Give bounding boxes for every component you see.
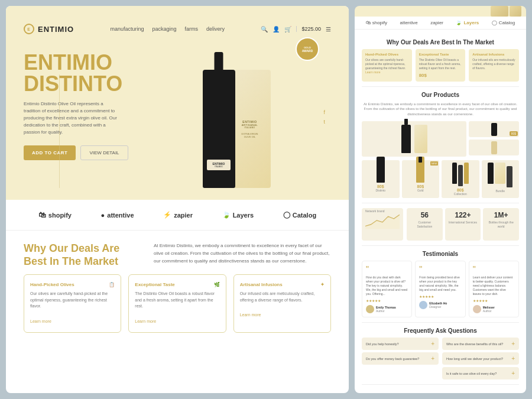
faq-toggle-0[interactable]: + bbox=[431, 340, 434, 347]
shopify-icon: 🛍 bbox=[38, 210, 46, 219]
right-layers-icon: 🍃 bbox=[456, 20, 462, 25]
learn-more-2[interactable]: Learn more bbox=[240, 313, 261, 317]
social-icons: f t bbox=[323, 109, 325, 125]
network-chart bbox=[365, 212, 400, 229]
right-nav-catalog[interactable]: ◯ Catalog bbox=[492, 20, 515, 25]
right-nav: 🛍 shopify attentive zapier 🍃 Layers ◯ Ca… bbox=[355, 17, 526, 30]
hero-title-line1: ENTIMIO bbox=[24, 52, 142, 73]
right-fc-desc-0: Our olives are carefully hand-picked at … bbox=[365, 58, 408, 70]
faq-item-3[interactable]: How long until we deliver your product? … bbox=[442, 352, 519, 365]
right-content: Why Our Deals Are Best In The Market Han… bbox=[355, 30, 526, 393]
faq-text-4: Is it safe to use olive oil every day? bbox=[446, 372, 497, 375]
brands-strip: 🛍 shopify ● attentive ⚡ zapier 🍃 Layers … bbox=[6, 200, 349, 231]
product-side-thumbs: 80$ bbox=[469, 121, 519, 157]
price-badge-2: 80$ bbox=[510, 131, 518, 136]
brand-attentive: ● attentive bbox=[101, 212, 134, 219]
right-fc-desc-2: Our infused oils are meticulously crafte… bbox=[472, 58, 515, 70]
why-title: Why Our Deals Are Best In The Market bbox=[24, 242, 142, 268]
logo-icon: E bbox=[24, 24, 34, 34]
add-to-cart-button[interactable]: ADD TO CART bbox=[24, 145, 76, 160]
author-info-0: Emily Thomas Author bbox=[376, 306, 396, 313]
right-fc-desc-1: The Distinto Olive Oil boasts a robust f… bbox=[419, 58, 462, 70]
top-strip-image bbox=[491, 6, 508, 17]
author-info-2: Melisser Author bbox=[483, 306, 495, 313]
stat-number-0: 56 bbox=[410, 212, 439, 219]
bottle-label: ENTIMIO ITALIANO bbox=[207, 160, 231, 170]
author-role-2: Author bbox=[483, 309, 495, 313]
hero-description: Entimio Distinto Olive Oil represents a … bbox=[24, 100, 118, 136]
feature-title-text-1: Exceptional Taste bbox=[135, 282, 174, 287]
user-icon[interactable]: 👤 bbox=[273, 26, 280, 33]
twitter-icon[interactable]: t bbox=[323, 119, 325, 125]
author-role-1: Designer bbox=[429, 305, 447, 309]
product-main-thumb bbox=[362, 121, 466, 157]
brand-shopify: 🛍 shopify bbox=[38, 210, 72, 219]
menu-icon[interactable]: ☰ bbox=[326, 26, 331, 33]
avatar-1 bbox=[419, 301, 427, 309]
product-card-4: Bundle bbox=[482, 160, 520, 198]
feature-artisanal: Artisanal Infusions ✦ Our infused oils a… bbox=[233, 274, 331, 333]
brand-catalog: ◯ Catalog bbox=[283, 211, 316, 219]
faq-toggle-1[interactable]: + bbox=[431, 355, 434, 362]
gold-award-badge: GOLD AWARD bbox=[296, 37, 319, 61]
faq-toggle-2[interactable]: + bbox=[511, 340, 515, 347]
right-catalog-icon: ◯ bbox=[492, 20, 497, 25]
top-strip-image2 bbox=[510, 6, 521, 17]
faq-item-4[interactable]: Is it safe to use olive oil every day? + bbox=[442, 367, 519, 379]
product-card-2: 80$ Gold NEW bbox=[402, 160, 440, 198]
logo[interactable]: E ENTIMIO bbox=[24, 24, 74, 34]
product-price-3: 80$ bbox=[444, 188, 477, 192]
search-icon[interactable]: 🔍 bbox=[261, 26, 268, 33]
product-bottles-3 bbox=[444, 163, 477, 186]
faq-item-0[interactable]: Did you help honestly? + bbox=[362, 338, 439, 350]
nav-delivery[interactable]: delivery bbox=[206, 26, 225, 32]
author-info-1: Elizabeth Ho Designer bbox=[429, 301, 447, 309]
right-fc-price-1: 80$ bbox=[419, 73, 462, 78]
learn-more-0[interactable]: Learn more bbox=[30, 319, 51, 323]
stats-row: Network brand 56 Customer Satisfaction 1… bbox=[362, 208, 519, 241]
quote-icon-1: " bbox=[419, 265, 461, 273]
faq-col-right: Who are the diverse benefits of this oil… bbox=[442, 338, 519, 379]
box-4 bbox=[495, 163, 505, 184]
divider-2 bbox=[362, 203, 519, 203]
faq-toggle-4[interactable]: + bbox=[511, 370, 515, 377]
feature-title-text-2: Artisanal Infusions bbox=[240, 282, 283, 287]
right-nav-attentive[interactable]: attentive bbox=[400, 20, 418, 25]
nav-packaging[interactable]: packaging bbox=[153, 26, 177, 32]
avatar-2 bbox=[473, 305, 481, 313]
faq-col-left: Did you help honestly? + Do you offer mo… bbox=[362, 338, 439, 379]
cart-icon[interactable]: 🛒 bbox=[284, 26, 291, 33]
thumb-bottle-2 bbox=[491, 123, 497, 136]
learn-more-1[interactable]: Learn more bbox=[135, 319, 156, 323]
nav-farms[interactable]: farms bbox=[185, 26, 199, 32]
right-fc-title-0: Hand-Picked Olives bbox=[365, 53, 408, 56]
quote-icon-2: " bbox=[473, 265, 515, 273]
faq-toggle-3[interactable]: + bbox=[511, 355, 515, 362]
faq-item-2[interactable]: Who are the diverse benefits of this oil… bbox=[442, 338, 519, 350]
faq-item-1[interactable]: Do you offer money back guarantee? + bbox=[362, 352, 439, 365]
quote-icon-0: " bbox=[366, 265, 408, 273]
testimonial-text-0: How do you deal with dark when your prod… bbox=[366, 275, 408, 296]
hero-content: ENTIMIO DISTINTO Entimio Distinto Olive … bbox=[24, 46, 331, 188]
right-attentive-label: attentive bbox=[400, 20, 418, 25]
right-nav-shopify[interactable]: 🛍 shopify bbox=[366, 20, 387, 25]
right-nav-zapier[interactable]: zapier bbox=[430, 20, 443, 25]
nav-links: manufacturing packaging farms delivery bbox=[111, 26, 225, 32]
view-detail-button[interactable]: VIEW DETAIL bbox=[80, 145, 128, 160]
product-box: ENTIMIO ARTISANAL ITALIANO EXTRA VIRGIN … bbox=[229, 70, 271, 188]
nav-manufacturing[interactable]: manufacturing bbox=[111, 26, 144, 32]
stat-graph: Network brand bbox=[362, 208, 403, 241]
product-label-3: Collection bbox=[444, 192, 477, 196]
products-row-top: 80$ bbox=[362, 121, 519, 157]
right-nav-layers[interactable]: 🍃 Layers bbox=[456, 20, 479, 25]
infusion-icon: ✦ bbox=[320, 282, 325, 287]
stars-0: ★★★★★ bbox=[366, 299, 408, 303]
product-price-1: 80$ bbox=[364, 184, 397, 189]
right-learn-more-0[interactable]: Learn more bbox=[365, 70, 408, 74]
product-label-4: Bundle bbox=[484, 189, 517, 193]
main-box-1 bbox=[414, 125, 427, 153]
main-bottle-1 bbox=[401, 125, 411, 153]
right-feature-2: Artisanal Infusions Our infused oils are… bbox=[469, 49, 519, 82]
right-fc-title-1: Exceptional Taste bbox=[419, 53, 462, 56]
facebook-icon[interactable]: f bbox=[323, 109, 325, 115]
